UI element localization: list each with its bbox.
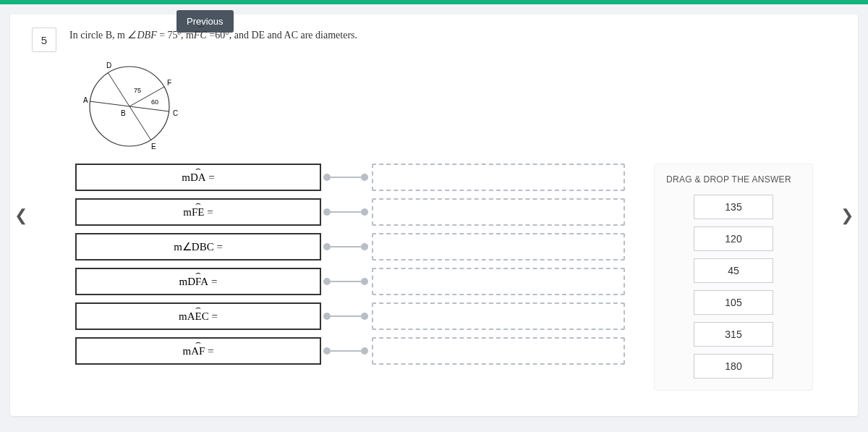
connector	[321, 164, 372, 191]
svg-point-12	[323, 243, 331, 250]
answer-chip[interactable]: 180	[694, 354, 773, 378]
svg-point-23	[361, 347, 368, 355]
answer-chip[interactable]: 315	[694, 322, 773, 347]
circle-diagram: D A F C E B 75 60	[79, 59, 836, 156]
svg-point-17	[361, 278, 368, 285]
svg-point-9	[323, 208, 331, 216]
qtext-prefix: In circle B, m	[69, 30, 127, 41]
label-box-FE: mFE =	[75, 198, 321, 226]
answer-chip[interactable]: 135	[694, 195, 773, 219]
drop-target[interactable]	[372, 337, 625, 365]
svg-point-14	[361, 243, 368, 250]
question-card: Previous ❮ ❯ 5 In circle B, m ∠DBF = 75º…	[10, 14, 858, 416]
question-number: 5	[32, 27, 56, 52]
drop-target[interactable]	[372, 233, 625, 261]
svg-point-21	[323, 347, 331, 355]
drop-target[interactable]	[372, 198, 625, 226]
prev-question-arrow[interactable]: ❮	[9, 200, 33, 231]
connector	[321, 198, 372, 226]
answer-bank-panel: DRAG & DROP THE ANSWER 135 120 45 105 31…	[654, 164, 813, 391]
drop-target[interactable]	[372, 268, 625, 295]
svg-line-2	[129, 106, 151, 140]
svg-point-18	[323, 313, 331, 320]
label-box-AF: mAF =	[75, 337, 321, 365]
label-C: C	[173, 109, 178, 117]
angle-60: 60	[151, 98, 158, 106]
svg-point-6	[323, 174, 331, 181]
svg-point-20	[361, 313, 368, 320]
drop-targets-column	[372, 164, 625, 372]
angle-75: 75	[134, 87, 141, 94]
svg-point-11	[361, 208, 368, 216]
label-A: A	[83, 96, 88, 104]
label-F: F	[167, 79, 171, 87]
svg-point-8	[361, 174, 368, 181]
label-D: D	[106, 62, 111, 69]
label-B: B	[121, 109, 126, 117]
label-box-DFA: mDFA =	[75, 268, 321, 295]
label-E: E	[151, 143, 156, 151]
answer-chip[interactable]: 120	[694, 226, 773, 251]
svg-line-3	[90, 101, 129, 106]
svg-point-15	[323, 278, 331, 285]
connector	[321, 337, 372, 365]
drop-target[interactable]	[372, 302, 625, 330]
label-box-AEC: mAEC =	[75, 302, 321, 330]
label-box-DBC: m∠DBC =	[75, 233, 321, 261]
svg-line-1	[108, 72, 129, 106]
svg-line-4	[129, 106, 169, 111]
answers-area: mDA = mFE = m∠DBC = mDFA = mAEC = mAF = …	[32, 164, 836, 391]
next-question-arrow[interactable]: ❯	[835, 200, 859, 231]
top-accent-bar	[0, 0, 868, 4]
connector	[321, 233, 372, 261]
qtext-angle1: ∠DBF	[127, 30, 156, 41]
qtext-arc1: FC	[194, 27, 207, 43]
connector	[321, 268, 372, 295]
drop-target[interactable]	[372, 164, 625, 191]
panel-title: DRAG & DROP THE ANSWER	[666, 174, 801, 185]
connector	[321, 302, 372, 330]
connectors-column	[321, 164, 372, 372]
label-box-DA: mDA =	[75, 164, 321, 191]
answer-chip[interactable]: 45	[694, 258, 773, 283]
answer-chip[interactable]: 105	[694, 290, 773, 315]
labels-column: mDA = mFE = m∠DBC = mDFA = mAEC = mAF =	[75, 164, 321, 372]
